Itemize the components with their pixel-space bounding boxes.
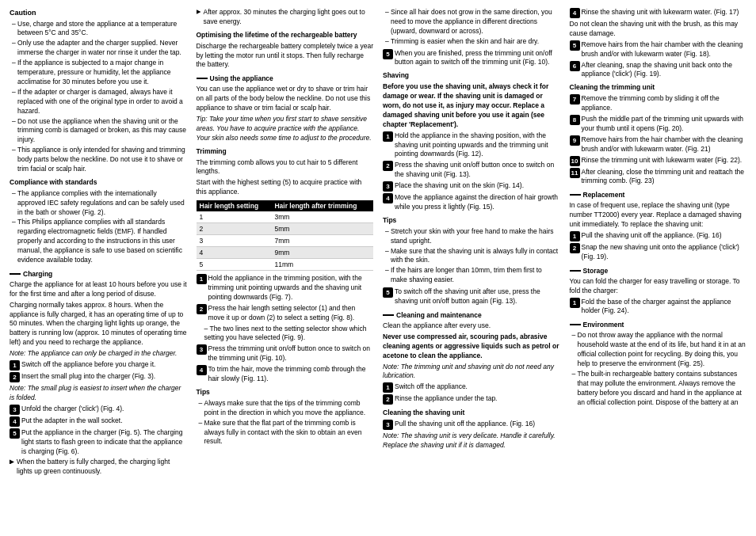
storage-intro: You can fold the charger for easy travel… xyxy=(570,277,747,296)
rinse-step-num-4: 4 xyxy=(570,8,580,18)
cleaning-intro: Clean the appliance after every use. xyxy=(383,321,560,331)
table-row-2: 2 5mm xyxy=(197,223,374,235)
bullet-icon-2 xyxy=(197,10,201,14)
trim-step-4: 4 To trim the hair, move the trimming co… xyxy=(197,365,374,384)
clean-shaving-note: Note: The shaving unit is very delicate.… xyxy=(383,431,560,450)
shaving-step-5-text: To switch off the shaving unit after use… xyxy=(395,287,560,306)
trimming-title: Trimming xyxy=(197,147,374,157)
shaving-tip-2: Make sure that the shaving unit is alway… xyxy=(391,247,560,266)
environment-item-2: The built-in rechargeable battery contai… xyxy=(578,370,747,408)
table-cell-2-1: 2 xyxy=(197,223,272,235)
caution-item-5: Do not use the appliance when the shavin… xyxy=(17,117,187,146)
trimming-detail: Start with the highest setting (5) to ac… xyxy=(197,178,374,197)
clean-step-5: 5 Remove hairs from the hair chamber wit… xyxy=(570,40,747,59)
charging-section-bar: Charging xyxy=(10,270,187,278)
trim-clean-step-10-text: Rinse the trimming unit with lukewarm wa… xyxy=(582,156,743,165)
trim-step-num-1: 1 xyxy=(197,274,207,284)
cleaning-trimming-title: Cleaning the trimming unit xyxy=(570,83,747,93)
after-charge-row: After approx. 30 minutes the charging li… xyxy=(197,8,374,27)
environment-bar-line xyxy=(570,324,581,325)
table-cell-1-1: 1 xyxy=(197,211,272,223)
clean-shaving-step-num-3: 3 xyxy=(383,420,393,430)
trim-clean-step-9: 9 Remove hairs from the hair chamber wit… xyxy=(570,135,747,154)
trimming-cont-2: Trimming is easier when the skin and hai… xyxy=(391,37,560,47)
cleaning-bar-line xyxy=(383,314,394,316)
trim-step-2-sub: – The two lines next to the setting sele… xyxy=(204,325,374,344)
table-cell-3-1: 3 xyxy=(197,235,272,247)
using-bar-title: Using the appliance xyxy=(210,74,273,82)
rinse-step-4-text: Rinse the shaving unit with lukewarm wat… xyxy=(582,8,739,17)
trimming-cont-1: Since all hair does not grow in the same… xyxy=(391,8,560,36)
trim-step-num-2: 2 xyxy=(197,304,207,314)
clean-step-1-text: Switch off the appliance. xyxy=(395,382,468,392)
trim-clean-step-10: 10 Rinse the trimming unit with lukewarm… xyxy=(570,156,747,166)
trim-step-num-5: 5 xyxy=(383,49,393,59)
trimming-cont-list: Since all hair does not grow in the same… xyxy=(391,8,560,47)
trim-step-1-text: Hold the appliance in the trimming posit… xyxy=(208,274,374,302)
trim-step-2: 2 Press the hair length setting selector… xyxy=(197,304,374,323)
charging-step-5-text: Put the appliance in the charger (Fig. 5… xyxy=(21,428,187,457)
bullet-icon xyxy=(10,459,14,464)
replace-step-2-text: Snap the new shaving unit onto the appli… xyxy=(582,243,747,262)
shaving-step-1: 1 Hold the appliance in the shaving posi… xyxy=(383,131,560,160)
table-cell-5-1: 5 xyxy=(197,259,272,271)
shaving-step-4: 4 Move the appliance against the directi… xyxy=(383,193,560,212)
trim-clean-step-num-11: 11 xyxy=(570,168,580,178)
clean-step-1: 1 Switch off the appliance. xyxy=(383,382,560,393)
trim-step-num-4: 4 xyxy=(197,365,207,375)
trimming-table: Hair length setting Hair length after tr… xyxy=(197,200,374,271)
step-num-3: 3 xyxy=(10,405,20,415)
using-intro: You can use the appliance wet or dry to … xyxy=(197,85,374,113)
storage-bar-line xyxy=(570,270,581,272)
replace-step-2: 2 Snap the new shaving unit onto the app… xyxy=(570,243,747,262)
table-cell-3-2: 7mm xyxy=(271,235,373,247)
table-row-5: 5 11mm xyxy=(197,259,374,271)
after-charge-text: After approx. 30 minutes the charging li… xyxy=(204,8,374,27)
clean-shaving-step-3-text: Pull the shaving unit off the appliance.… xyxy=(395,420,535,429)
shaving-step-num-1: 1 xyxy=(383,131,393,142)
compliance-item-1: The appliance complies with the internat… xyxy=(17,189,187,218)
trim-clean-step-num-10: 10 xyxy=(570,156,580,166)
charging-detail: Charging normally takes approx. 8 hours.… xyxy=(10,301,187,348)
column-3: Since all hair does not grow in the same… xyxy=(378,8,565,478)
table-cell-4-2: 9mm xyxy=(271,247,373,259)
trim-tips-list: Always make sure that the tips of the tr… xyxy=(204,399,374,447)
environment-list: Do not throw away the appliance with the… xyxy=(578,331,747,407)
environment-item-1: Do not throw away the appliance with the… xyxy=(578,331,747,369)
charging-bullet-row: When the battery is fully charged, the c… xyxy=(10,458,187,477)
trim-clean-step-8-text: Push the middle part of the trimming uni… xyxy=(582,115,747,134)
step-num-2: 2 xyxy=(10,372,20,382)
clean-step-num-2: 2 xyxy=(383,394,393,405)
replacement-section-bar: Replacement xyxy=(570,191,747,199)
using-bar-line xyxy=(197,78,208,79)
table-row-3: 3 7mm xyxy=(197,235,374,247)
shaving-step-num-5: 5 xyxy=(383,287,393,298)
trim-clean-step-num-7: 7 xyxy=(570,94,580,105)
compliance-list: The appliance complies with the internat… xyxy=(17,189,187,265)
caution-title: Caution xyxy=(10,8,187,18)
environment-section-bar: Environment xyxy=(570,321,747,329)
shaving-tip-1: Stretch your skin with your free hand to… xyxy=(391,227,560,246)
shaving-step-3: 3 Place the shaving unit on the skin (Fi… xyxy=(383,181,560,192)
table-cell-2-2: 5mm xyxy=(271,223,373,235)
cleaning-note: Note: The trimming unit and shaving unit… xyxy=(383,363,560,382)
trim-step-3: 3 Press the trimming unit on/off button … xyxy=(197,344,374,363)
charging-step-3: 3 Unfold the charger ('click') (Fig. 4). xyxy=(10,405,187,415)
shaving-step-2: 2 Press the shaving unit on/off button o… xyxy=(383,161,560,180)
step-num-5: 5 xyxy=(10,428,20,439)
storage-step-1-text: Fold the base of the charger against the… xyxy=(582,298,747,317)
table-header-length: Hair length after trimming xyxy=(271,200,373,211)
caution-item-4: If the adapter or charger is damaged, al… xyxy=(17,88,187,116)
charging-step-2: 2 Insert the small plug into the charger… xyxy=(10,372,187,382)
column-1: Caution Use, charge and store the applia… xyxy=(10,8,192,478)
step-num-1: 1 xyxy=(10,360,20,371)
clean-step-2: 2 Rinse the appliance under the tap. xyxy=(383,394,560,405)
charging-bar-title: Charging xyxy=(23,270,52,278)
clean-step-num-5: 5 xyxy=(570,40,580,51)
trim-clean-step-11: 11 After cleaning, close the trimming un… xyxy=(570,168,747,187)
trim-clean-step-num-9: 9 xyxy=(570,135,580,146)
charging-step-5: 5 Put the appliance in the charger (Fig.… xyxy=(10,428,187,457)
shaving-step-num-3: 3 xyxy=(383,181,393,192)
column-2: After approx. 30 minutes the charging li… xyxy=(192,8,379,478)
clean-step-num-6: 6 xyxy=(570,61,580,71)
